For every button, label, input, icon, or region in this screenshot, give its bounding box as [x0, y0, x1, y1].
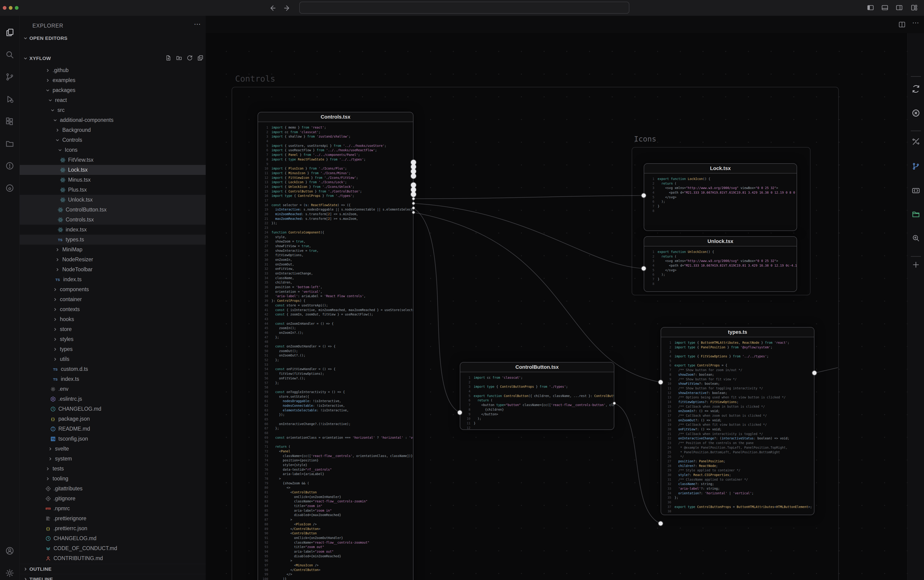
- source-control-icon[interactable]: [5, 72, 14, 82]
- tree-item-noderesizer[interactable]: NodeResizer: [20, 255, 206, 265]
- explorer-more-icon[interactable]: ⋯: [194, 20, 201, 28]
- tree-item-tests[interactable]: tests: [20, 464, 206, 474]
- tree-item-styles[interactable]: styles: [20, 334, 206, 344]
- tree-item-controls-tsx[interactable]: Controls.tsx: [20, 215, 206, 225]
- tree-item--eslintrc-js[interactable]: .eslintrc.js: [20, 394, 206, 404]
- search-icon[interactable]: [5, 50, 14, 59]
- nav-back-icon[interactable]: [268, 4, 276, 12]
- feedback-circle-icon[interactable]: [5, 161, 14, 170]
- tree-item-tooling[interactable]: tooling: [20, 474, 206, 484]
- tree-item--env[interactable]: .env: [20, 384, 206, 394]
- tree-item-unlock-tsx[interactable]: Unlock.tsx: [20, 195, 206, 205]
- card-title[interactable]: Controls.tsx: [258, 112, 413, 122]
- explorer-icon[interactable]: [5, 28, 14, 37]
- tree-item-utils[interactable]: utils: [20, 354, 206, 364]
- layout-sidebar-right-icon[interactable]: [895, 4, 903, 12]
- code-card-lock[interactable]: Lock.tsx1export function LockIcon() {2 r…: [644, 163, 797, 231]
- tree-item-hooks[interactable]: hooks: [20, 314, 206, 324]
- address-bar[interactable]: [299, 2, 629, 14]
- remote-folder-icon[interactable]: [5, 139, 14, 148]
- tree-item-store[interactable]: store: [20, 324, 206, 334]
- open-editors-section[interactable]: OPEN EDITORS: [20, 33, 206, 43]
- new-file-icon[interactable]: [165, 55, 171, 61]
- tree-item-minus-tsx[interactable]: Minus.tsx: [20, 175, 206, 185]
- tree-item-additional-components[interactable]: additional-components: [20, 115, 206, 125]
- tree-item-contexts[interactable]: contexts: [20, 304, 206, 314]
- tree-item--prettierrc-json[interactable]: {}.prettierrc.json: [20, 524, 206, 534]
- tree-item-background[interactable]: Background: [20, 125, 206, 135]
- tree-item-tsconfig-json[interactable]: TStsconfig.json: [20, 434, 206, 444]
- tree-item-fitview-tsx[interactable]: FitView.tsx: [20, 155, 206, 165]
- tree-item-nodetoolbar[interactable]: NodeToolbar: [20, 265, 206, 275]
- timeline-section[interactable]: TIMELINE: [20, 574, 206, 580]
- tree-item-changelog-md[interactable]: CHANGELOG.md: [20, 404, 206, 414]
- tree-item-controlbutton-tsx[interactable]: ControlButton.tsx: [20, 205, 206, 215]
- tree-item-readme-md[interactable]: README.md: [20, 424, 206, 434]
- tree-item-package-json[interactable]: {}package.json: [20, 414, 206, 424]
- account-icon[interactable]: [5, 546, 14, 555]
- collapse-all-icon[interactable]: [197, 55, 204, 61]
- layout-panel-icon[interactable]: [881, 4, 889, 12]
- tree-item--github[interactable]: .github: [20, 65, 206, 75]
- traffic-light-close[interactable]: [3, 6, 7, 10]
- tree-item-minimap[interactable]: MiniMap: [20, 245, 206, 255]
- tree-item-index-tsx[interactable]: index.tsx: [20, 225, 206, 235]
- code-line: onZoomIn?: () => void;: [675, 409, 720, 414]
- tree-item-packages[interactable]: packages: [20, 85, 206, 95]
- code-canvas[interactable]: ControlsIconsControls.tsx1import { memo …: [206, 33, 908, 580]
- tree-item-controls[interactable]: Controls: [20, 135, 206, 145]
- card-title[interactable]: types.ts: [661, 328, 814, 337]
- code-card-controlbutton[interactable]: ControlButton.tsx1import cc from 'classc…: [460, 362, 614, 430]
- tree-item-svelte[interactable]: svelte: [20, 444, 206, 454]
- traffic-light-minimize[interactable]: [9, 6, 13, 10]
- tree-item-container[interactable]: container: [20, 294, 206, 304]
- tree-item-index-ts[interactable]: TSindex.ts: [20, 374, 206, 384]
- split-editor-icon[interactable]: [898, 21, 906, 28]
- wire-icon[interactable]: [912, 137, 920, 146]
- tree-item-types[interactable]: types: [20, 344, 206, 354]
- card-title[interactable]: ControlButton.tsx: [460, 362, 614, 372]
- tree-item-react[interactable]: react: [20, 95, 206, 105]
- folder-icon[interactable]: [911, 210, 920, 219]
- card-title[interactable]: Lock.tsx: [644, 164, 797, 173]
- tree-item-icons[interactable]: Icons: [20, 145, 206, 155]
- tree-item--npmrc[interactable]: npm.npmrc: [20, 504, 206, 514]
- tree-item--gitignore[interactable]: .gitignore: [20, 494, 206, 504]
- nav-forward-icon[interactable]: [283, 4, 292, 12]
- brackets-icon[interactable]: [911, 186, 920, 195]
- tree-item-changelog-md[interactable]: CHANGELOG.md: [20, 534, 206, 544]
- tree-item-types-ts[interactable]: TStypes.ts: [20, 235, 206, 245]
- extensions-icon[interactable]: [5, 117, 14, 126]
- code-card-types[interactable]: types.ts1import type { ButtonHTMLAttribu…: [660, 327, 814, 515]
- plus-icon[interactable]: [912, 260, 920, 269]
- tree-item-system[interactable]: system: [20, 454, 206, 464]
- tree-item-code-of-conduct-md[interactable]: CODE_OF_CONDUCT.md: [20, 544, 206, 554]
- tree-item-lock-tsx[interactable]: Lock.tsx: [20, 165, 206, 175]
- tree-item-plus-tsx[interactable]: Plus.tsx: [20, 185, 206, 195]
- tree-item-src[interactable]: src: [20, 105, 206, 115]
- traffic-light-zoom[interactable]: [15, 6, 18, 10]
- tree-item--gitattributes[interactable]: .gitattributes: [20, 484, 206, 494]
- code-card-controls[interactable]: Controls.tsx1import { memo } from 'react…: [258, 112, 413, 580]
- new-folder-icon[interactable]: [176, 55, 182, 61]
- editor-more-icon[interactable]: ⋯: [912, 18, 919, 26]
- layout-customize-icon[interactable]: [910, 4, 918, 12]
- card-title[interactable]: Unlock.tsx: [644, 237, 797, 246]
- tree-item-index-ts[interactable]: TSindex.ts: [20, 275, 206, 285]
- tree-item-components[interactable]: components: [20, 285, 206, 294]
- tree-item-examples[interactable]: examples: [20, 75, 206, 85]
- zoom-in-icon[interactable]: [912, 234, 920, 242]
- run-debug-icon[interactable]: [5, 94, 14, 104]
- settings-gear-icon[interactable]: [5, 568, 14, 578]
- sync-icon[interactable]: [911, 84, 920, 93]
- tree-item-custom-d-ts[interactable]: TScustom.d.ts: [20, 364, 206, 374]
- git-branch-icon[interactable]: [912, 162, 920, 170]
- tree-item--prettierignore[interactable]: .prettierignore: [20, 514, 206, 524]
- close-circle-icon[interactable]: [911, 109, 920, 117]
- tree-item-contributing-md[interactable]: CONTRIBUTING.md: [20, 554, 206, 564]
- disc-circle-icon[interactable]: [5, 183, 14, 193]
- refresh-icon[interactable]: [186, 55, 193, 61]
- outline-section[interactable]: OUTLINE: [20, 564, 206, 574]
- code-card-unlock[interactable]: Unlock.tsx1export function UnlockIcon() …: [644, 236, 797, 292]
- layout-sidebar-left-icon[interactable]: [866, 4, 875, 12]
